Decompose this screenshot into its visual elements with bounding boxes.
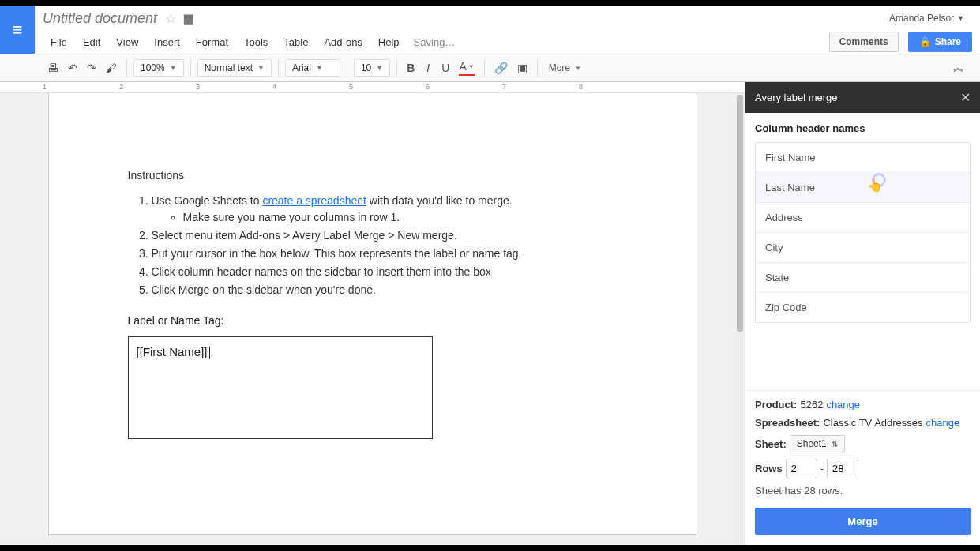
instruction-step: Click Merge on the sidebar when you're d… [152,282,618,298]
separator [347,59,347,77]
user-name: Amanda Pelsor [889,13,954,24]
vertical-scrollbar[interactable] [735,93,745,545]
menu-tools[interactable]: Tools [236,33,276,51]
paint-format-icon[interactable]: 🖌 [101,58,122,77]
separator [190,59,191,77]
caret-down-icon: ▼ [316,64,323,72]
separator [126,59,127,77]
caret-down-icon: ▼ [257,64,265,72]
change-product-link[interactable]: change [826,399,860,410]
column-item-first-name[interactable]: First Name [756,143,970,173]
underline-icon[interactable]: U [437,58,454,77]
lock-icon: 🔒 [919,36,931,47]
document-pane: 12345678 Instructions Use Google Sheets … [0,82,745,545]
sheet-label: Sheet: [755,438,787,450]
zoom-dropdown[interactable]: 100%▼ [133,59,184,77]
text-color-icon[interactable]: A▼ [454,57,479,79]
column-item-zip[interactable]: Zip Code [756,293,970,322]
rows-to-input[interactable] [827,459,858,478]
folder-icon[interactable]: ▆ [184,11,193,25]
star-icon[interactable]: ☆ [165,11,176,26]
font-size-dropdown[interactable]: 10▼ [354,59,390,77]
menu-format[interactable]: Format [188,33,236,51]
sidebar-body: Column header names First Name Last Name… [745,113,980,390]
separator [537,59,538,77]
instructions-heading: Instructions [128,169,618,182]
rows-dash: - [820,463,824,474]
letterbox-bottom [0,545,980,551]
instructions-list: Use Google Sheets to create a spreadshee… [152,193,618,298]
collapse-toolbar-icon[interactable]: ︽ [953,61,974,75]
column-item-city[interactable]: City [756,233,970,263]
sheet-dropdown[interactable]: Sheet1⇅ [790,435,845,452]
toolbar: 🖶 ↶ ↷ 🖌 100%▼ Normal text▼ Arial▼ 10▼ B … [0,54,980,82]
text: with data you'd like to merge. [366,194,513,207]
ruler-mark: 4 [272,83,276,91]
close-icon[interactable]: ✕ [960,90,971,105]
merge-button[interactable]: Merge [755,508,971,535]
menu-insert[interactable]: Insert [146,33,188,51]
insert-link-icon[interactable]: 🔗 [490,58,513,77]
ruler-mark: 1 [43,83,47,91]
menu-addons[interactable]: Add-ons [316,33,370,51]
sheet-value: Sheet1 [797,438,827,449]
comments-button[interactable]: Comments [829,32,899,52]
rows-label: Rows [755,463,783,474]
paragraph-style-dropdown[interactable]: Normal text▼ [197,59,272,77]
separator [396,59,397,77]
rows-from-input[interactable] [786,459,817,478]
caret-down-icon: ▼ [468,63,475,70]
product-value: 5262 [800,399,823,410]
insert-image-icon[interactable]: ▣ [513,58,532,77]
merge-field: [[First Name]] [137,345,208,358]
document-page[interactable]: Instructions Use Google Sheets to create… [48,93,697,535]
instruction-step: Select menu item Add-ons > Avery Label M… [152,227,618,244]
label-box[interactable]: [[First Name]] [128,336,433,439]
column-item-last-name[interactable]: Last Name 👆 [756,173,970,203]
italic-icon[interactable]: I [419,58,437,77]
sidebar-footer: Product: 5262 change Spreadsheet: Classi… [745,390,980,545]
undo-icon[interactable]: ↶ [63,58,82,77]
column-item-state[interactable]: State [756,263,970,293]
workspace: 12345678 Instructions Use Google Sheets … [0,82,980,545]
size-value: 10 [361,62,371,73]
text-cursor [209,347,210,359]
style-value: Normal text [205,62,253,73]
text: Use Google Sheets to [152,194,263,207]
sidebar-header: Avery label merge ✕ [745,82,980,113]
menu-table[interactable]: Table [276,33,316,51]
menu-edit[interactable]: Edit [75,33,108,51]
document-title[interactable]: Untitled document [43,10,157,27]
column-list: First Name Last Name 👆 Address City Stat… [755,142,971,323]
docs-logo[interactable]: ≡ [0,6,35,54]
ruler-mark: 8 [579,83,583,91]
zoom-value: 100% [141,62,165,73]
redo-icon[interactable]: ↷ [82,58,101,77]
menu-help[interactable]: Help [370,33,407,51]
menu-view[interactable]: View [108,33,146,51]
column-label: Last Name [765,182,815,193]
column-item-address[interactable]: Address [756,203,970,233]
print-icon[interactable]: 🖶 [43,58,63,77]
share-button[interactable]: 🔒 Share [908,32,972,52]
caret-down-icon: ▼ [376,64,383,72]
sub-list: Make sure you name your columns in row 1… [183,209,618,226]
ruler-mark: 3 [196,83,200,91]
change-spreadsheet-link[interactable]: change [926,417,960,429]
font-dropdown[interactable]: Arial▼ [285,59,340,77]
share-label: Share [935,36,961,47]
more-dropdown[interactable]: More▼ [543,59,588,77]
instruction-step: Put your cursor in the box below. This b… [152,246,618,262]
sub-step: Make sure you name your columns in row 1… [183,209,618,226]
cursor-pointer-icon: 👆 [867,178,883,193]
bold-icon[interactable]: B [402,58,419,77]
horizontal-ruler[interactable]: 12345678 [0,82,745,93]
create-spreadsheet-link[interactable]: create a spreadsheet [262,194,366,207]
account-menu[interactable]: Amanda Pelsor ▼ [889,13,974,24]
ruler-mark: 7 [502,83,506,91]
updown-icon: ⇅ [832,440,838,448]
menu-file[interactable]: File [43,33,75,51]
scroll-thumb[interactable] [737,95,743,332]
menu-bar: FileEditViewInsertFormatToolsTableAdd-on… [43,30,980,54]
title-bar: ≡ Untitled document ☆ ▆ Amanda Pelsor ▼ [0,6,980,30]
